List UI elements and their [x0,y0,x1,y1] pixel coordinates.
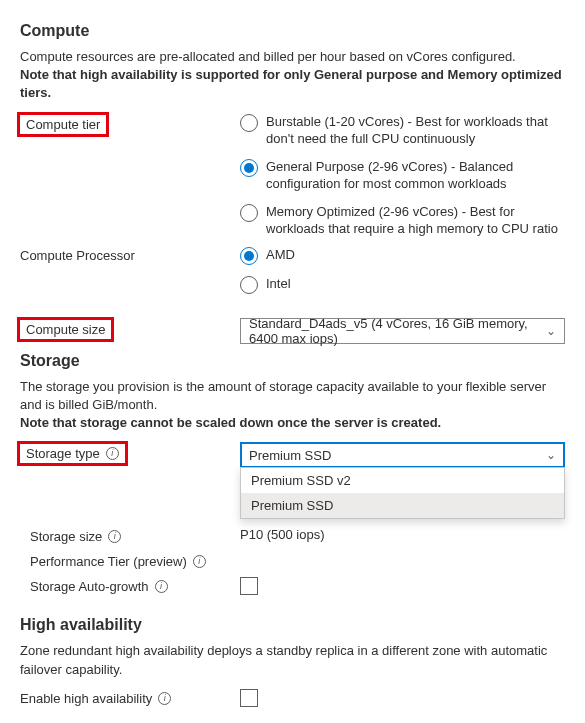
compute-size-select[interactable]: Standard_D4ads_v5 (4 vCores, 16 GiB memo… [240,318,565,344]
compute-tier-burstable[interactable]: Burstable (1-20 vCores) - Best for workl… [240,113,565,148]
info-icon[interactable]: i [108,530,121,543]
radio-label: Memory Optimized (2-96 vCores) - Best fo… [266,203,565,238]
compute-processor-label: Compute Processor [20,246,240,263]
storage-desc-line1: The storage you provision is the amount … [20,379,546,412]
info-icon[interactable]: i [193,555,206,568]
compute-size-value: Standard_D4ads_v5 (4 vCores, 16 GiB memo… [249,316,546,346]
ha-heading: High availability [20,616,565,634]
storage-size-label: Storage size i [20,527,240,544]
compute-desc: Compute resources are pre-allocated and … [20,48,565,103]
compute-processor-amd[interactable]: AMD [240,246,565,265]
compute-tier-general[interactable]: General Purpose (2-96 vCores) - Balanced… [240,158,565,193]
storage-desc-line2: Note that storage cannot be scaled down … [20,415,441,430]
chevron-down-icon: ⌄ [546,324,556,338]
radio-label: AMD [266,246,295,264]
storage-perf-value-under: P10 (500 iops) [240,527,565,542]
radio-icon [240,204,258,222]
compute-heading: Compute [20,22,565,40]
compute-processor-intel[interactable]: Intel [240,275,565,294]
storage-type-label-box: Storage type i [20,444,125,463]
ha-desc: Zone redundant high availability deploys… [20,642,565,678]
storage-autogrowth-label: Storage Auto-growth i [20,577,240,594]
info-icon[interactable]: i [155,580,168,593]
storage-type-label: Storage type [26,446,100,461]
compute-tier-label: Compute tier [20,115,106,134]
compute-tier-radio-group: Burstable (1-20 vCores) - Best for workl… [240,113,565,238]
radio-icon [240,114,258,132]
radio-icon [240,276,258,294]
radio-icon [240,247,258,265]
compute-tier-memory[interactable]: Memory Optimized (2-96 vCores) - Best fo… [240,203,565,238]
storage-type-select[interactable]: Premium SSD ⌄ [240,442,565,468]
enable-ha-checkbox[interactable] [240,689,258,707]
radio-label: General Purpose (2-96 vCores) - Balanced… [266,158,565,193]
enable-ha-label: Enable high availability i [20,689,240,706]
chevron-down-icon: ⌄ [546,448,556,462]
storage-type-option-ssd-v2[interactable]: Premium SSD v2 [241,468,564,493]
radio-label: Burstable (1-20 vCores) - Best for workl… [266,113,565,148]
radio-label: Intel [266,275,291,293]
storage-heading: Storage [20,352,565,370]
storage-type-option-ssd[interactable]: Premium SSD [241,493,564,518]
info-icon[interactable]: i [158,692,171,705]
performance-tier-label: Performance Tier (preview) i [20,552,240,569]
compute-size-label: Compute size [20,320,111,339]
storage-autogrowth-checkbox[interactable] [240,577,258,595]
compute-processor-radio-group: AMD Intel [240,246,565,294]
storage-type-value: Premium SSD [249,448,331,463]
info-icon[interactable]: i [106,447,119,460]
compute-desc-line2: Note that high availability is supported… [20,67,562,100]
radio-icon [240,159,258,177]
storage-type-dropdown: Premium SSD v2 Premium SSD [240,467,565,519]
storage-desc: The storage you provision is the amount … [20,378,565,433]
compute-desc-line1: Compute resources are pre-allocated and … [20,49,516,64]
